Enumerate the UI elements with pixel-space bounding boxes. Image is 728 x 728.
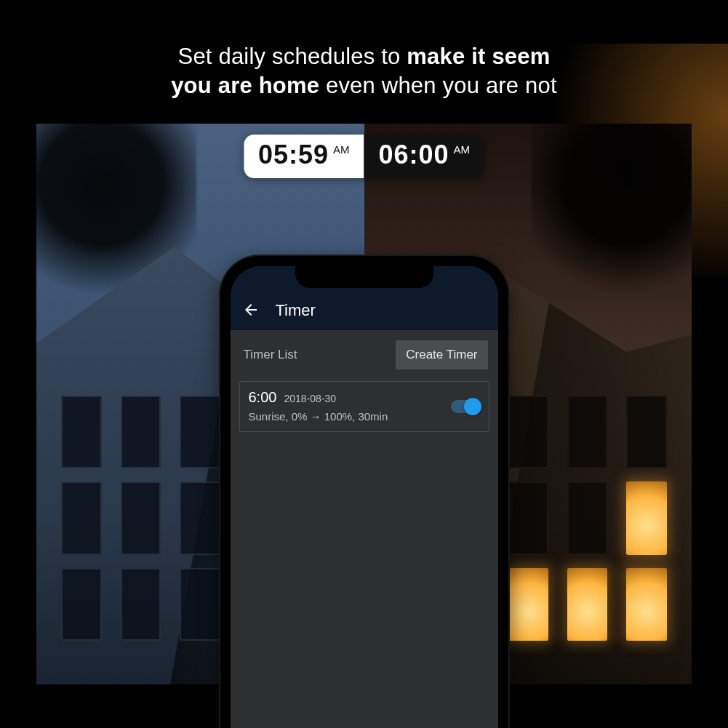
time-after-badge: 06:00 AM [364, 135, 485, 178]
toggle-knob [464, 398, 481, 415]
phone-mockup: Timer Timer List Create Timer 6:00 2018-… [220, 256, 508, 728]
time-before-ampm: AM [333, 143, 350, 156]
create-timer-button[interactable]: Create Timer [396, 340, 487, 369]
time-after-value: 06:00 [379, 142, 449, 168]
phone-screen: Timer Timer List Create Timer 6:00 2018-… [231, 266, 498, 728]
time-before-badge: 05:59 AM [244, 135, 364, 178]
timer-list-header: Timer List Create Timer [231, 330, 498, 380]
timer-list-label: Timer List [244, 348, 297, 362]
time-before-value: 05:59 [258, 142, 329, 168]
headline-bold2: you are home [171, 73, 319, 98]
timer-enabled-toggle[interactable] [451, 400, 480, 413]
headline-part1: Set daily schedules to [178, 44, 407, 69]
headline-part4: even when you are not [319, 73, 557, 98]
phone-notch [295, 266, 433, 288]
time-after-ampm: AM [454, 143, 471, 156]
tree-silhouette [532, 124, 692, 305]
arrow-left-icon [242, 301, 260, 319]
timer-time: 6:00 [249, 389, 277, 406]
back-button[interactable] [241, 300, 261, 320]
headline-bold1: make it seem [407, 44, 550, 69]
app-title: Timer [276, 301, 316, 320]
headline: Set daily schedules to make it seem you … [0, 42, 728, 101]
timer-description: Sunrise, 0% → 100%, 30min [249, 410, 480, 423]
time-badges: 05:59 AM 06:00 AM [244, 135, 484, 178]
timer-list-item[interactable]: 6:00 2018-08-30 Sunrise, 0% → 100%, 30mi… [239, 381, 489, 432]
timer-date: 2018-08-30 [284, 393, 336, 404]
